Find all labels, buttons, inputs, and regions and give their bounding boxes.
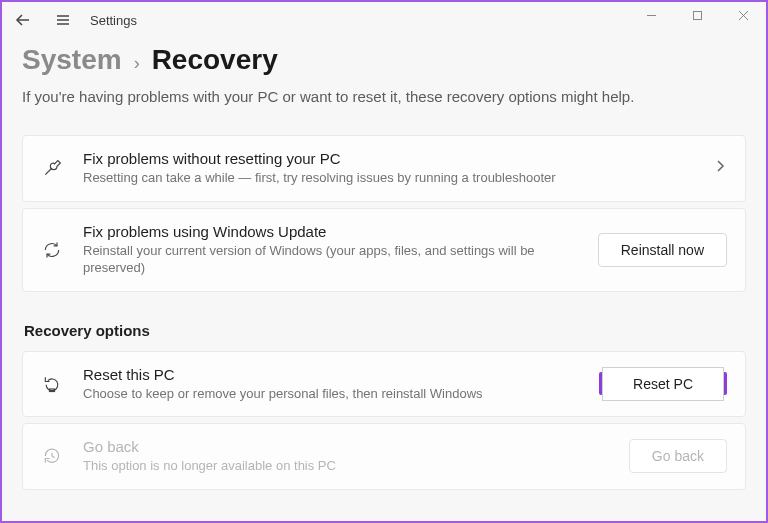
reset-icon xyxy=(41,373,63,395)
minimize-button[interactable] xyxy=(628,2,674,28)
card-reset-pc: Reset this PC Choose to keep or remove y… xyxy=(22,351,746,418)
go-back-button: Go back xyxy=(629,439,727,473)
card-title: Fix problems using Windows Update xyxy=(83,223,578,240)
chevron-right-icon xyxy=(713,159,727,177)
breadcrumb: System › Recovery xyxy=(22,44,746,76)
intro-text: If you're having problems with your PC o… xyxy=(22,88,746,105)
card-title: Go back xyxy=(83,438,609,455)
maximize-button[interactable] xyxy=(674,2,720,28)
card-subtitle: Resetting can take a while — first, try … xyxy=(83,169,693,187)
breadcrumb-current: Recovery xyxy=(152,44,278,76)
content-area: System › Recovery If you're having probl… xyxy=(2,38,766,516)
back-button[interactable] xyxy=(10,7,36,33)
svg-rect-1 xyxy=(693,11,701,19)
window-title: Settings xyxy=(90,13,137,28)
refresh-icon xyxy=(41,239,63,261)
card-title: Reset this PC xyxy=(83,366,579,383)
window-controls xyxy=(628,2,766,28)
section-heading: Recovery options xyxy=(24,322,746,339)
card-title: Fix problems without resetting your PC xyxy=(83,150,693,167)
breadcrumb-parent[interactable]: System xyxy=(22,44,122,76)
card-subtitle: Choose to keep or remove your personal f… xyxy=(83,385,579,403)
menu-button[interactable] xyxy=(50,7,76,33)
reset-pc-button[interactable]: Reset PC xyxy=(602,367,724,401)
card-windows-update: Fix problems using Windows Update Reinst… xyxy=(22,208,746,292)
card-fix-problems[interactable]: Fix problems without resetting your PC R… xyxy=(22,135,746,202)
card-subtitle: Reinstall your current version of Window… xyxy=(83,242,578,277)
history-icon xyxy=(41,445,63,467)
reinstall-now-button[interactable]: Reinstall now xyxy=(598,233,727,267)
highlight-box: Reset PC xyxy=(599,372,727,395)
close-button[interactable] xyxy=(720,2,766,28)
breadcrumb-separator-icon: › xyxy=(134,53,140,74)
wrench-icon xyxy=(41,157,63,179)
svg-line-8 xyxy=(45,168,52,175)
settings-window: Settings System › Recovery If you're hav… xyxy=(0,0,768,523)
card-subtitle: This option is no longer available on th… xyxy=(83,457,609,475)
card-go-back: Go back This option is no longer availab… xyxy=(22,423,746,490)
